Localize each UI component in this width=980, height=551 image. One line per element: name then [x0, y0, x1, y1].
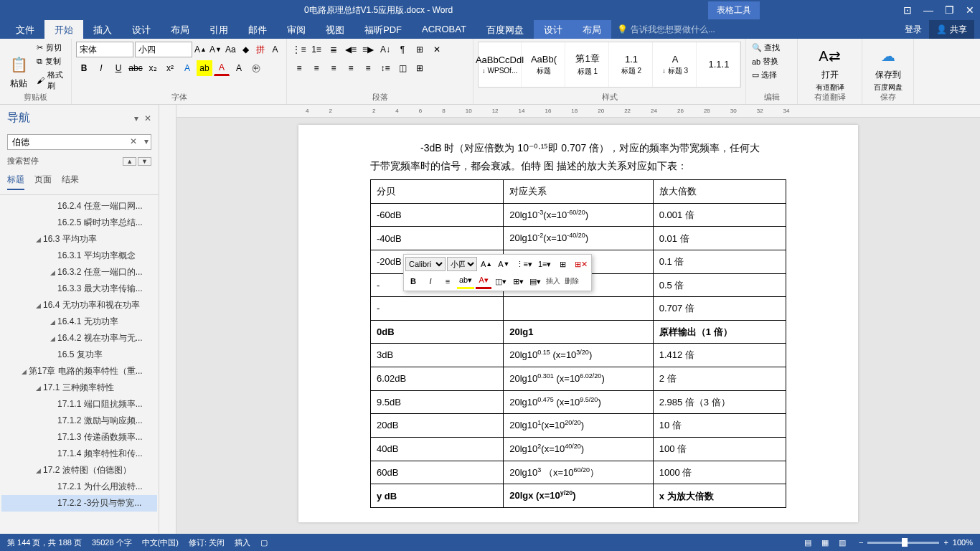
nav-tree-node[interactable]: ◢16.4.2 视在功率与无...	[1, 330, 157, 347]
vertical-ruler[interactable]	[159, 105, 176, 534]
style-item[interactable]: 1.1.1	[698, 42, 740, 87]
table-cell[interactable]: 2.985 倍（3 倍）	[653, 390, 786, 414]
nav-tree-node[interactable]: ◢16.4 无功功率和视在功率	[1, 297, 157, 314]
table-cell[interactable]: 20dB	[371, 414, 504, 438]
nav-tree-node[interactable]: ◢17.2 波特图（伯德图）	[1, 462, 157, 479]
bold-button[interactable]: B	[76, 60, 92, 76]
mini-table-insert[interactable]: ⊞	[555, 256, 571, 272]
enclose-char-button[interactable]: ㊥	[248, 60, 264, 76]
language-status[interactable]: 中文(中国)	[142, 537, 179, 548]
ribbon-options-icon[interactable]: ⊡	[903, 4, 912, 16]
table-row[interactable]: 40dB20lg102(x=1040/20)100 倍	[371, 437, 786, 461]
mini-styles[interactable]: ▤▾	[527, 273, 543, 289]
highlight-button[interactable]: ab	[197, 60, 212, 76]
table-row[interactable]: -40dB20lg10-2(x=10-40/20)0.01 倍	[371, 227, 786, 250]
table-header-cell[interactable]: 对应关系	[504, 180, 653, 203]
table-cell[interactable]: 20lg1	[504, 320, 653, 343]
page-count[interactable]: 第 144 页，共 188 页	[7, 537, 82, 548]
word-count[interactable]: 35028 个字	[92, 537, 132, 548]
shading-button[interactable]: ◫	[395, 60, 410, 76]
nav-tree-node[interactable]: 16.2.5 瞬时功率总结...	[1, 215, 157, 231]
tab-layout[interactable]: 布局	[161, 20, 199, 39]
insert-mode-status[interactable]: 插入	[235, 537, 250, 548]
sort-button[interactable]: A↓	[377, 42, 393, 57]
print-layout-button[interactable]: ▦	[819, 537, 831, 549]
table-cell[interactable]: x 为放大倍数	[653, 484, 786, 508]
share-button[interactable]: 👤共享	[929, 20, 974, 39]
tab-mailings[interactable]: 邮件	[238, 20, 277, 39]
indent-inc-button[interactable]: ≡▶	[360, 42, 376, 57]
char-shading-button[interactable]: A	[231, 60, 247, 76]
strike-button[interactable]: abc	[128, 60, 143, 76]
superscript-button[interactable]: x²	[162, 60, 178, 76]
align-center-button[interactable]: ≡	[308, 60, 324, 76]
table-cell[interactable]: 9.5dB	[371, 390, 504, 414]
document-page[interactable]: -3dB 时（对应倍数为 10⁻⁰·¹⁵即 0.707 倍），对应的频率为带宽频…	[298, 125, 858, 522]
table-cell[interactable]: 3dB	[371, 344, 504, 367]
tab-baidu[interactable]: 百度网盘	[476, 20, 534, 39]
style-item[interactable]: AaBb(标题	[523, 42, 565, 87]
minimize-button[interactable]: —	[923, 4, 933, 16]
table-cell[interactable]: 0.001 倍	[653, 203, 786, 227]
nav-tab-headings[interactable]: 标题	[7, 174, 24, 190]
nav-tree-node[interactable]: ◢16.3.2 任意一端口的...	[1, 264, 157, 281]
nav-tree-node[interactable]: ◢16.4.1 无功功率	[1, 314, 157, 330]
mini-font-color[interactable]: A▾	[476, 273, 491, 289]
nav-tree-node[interactable]: ◢第17章 电路的频率特性（重...	[1, 363, 157, 380]
nav-tree[interactable]: 16.2.4 任意一端口网...16.2.5 瞬时功率总结...◢16.3 平均…	[0, 195, 159, 534]
account-button[interactable]: 登录	[897, 20, 929, 39]
subscript-button[interactable]: x₂	[145, 60, 161, 76]
save-baidu-button[interactable]: ☁ 保存到 百度网盘	[867, 42, 909, 95]
style-item[interactable]: 1.1标题 2	[611, 42, 653, 87]
table-cell[interactable]: 20lg103 （x=1060/20）	[504, 461, 653, 484]
table-cell[interactable]: 0.5 倍	[653, 273, 786, 296]
grow-font-button[interactable]: A▲	[194, 42, 207, 57]
table-cell[interactable]: 20lg100.301 (x=106.02/20)	[504, 367, 653, 390]
mini-font-select[interactable]: Calibri	[405, 257, 446, 271]
table-cell[interactable]: -	[371, 297, 504, 320]
style-item[interactable]: A↓ 标题 3	[654, 42, 697, 87]
font-color-button[interactable]: A	[214, 60, 230, 76]
table-cell[interactable]: 20lg100.15 (x=103/20)	[504, 344, 653, 367]
table-cell[interactable]: 2 倍	[653, 367, 786, 390]
style-gallery[interactable]: AaBbCcDdl↓ WPSOf...AaBb(标题第1章标题 11.1标题 2…	[478, 42, 741, 88]
nav-close-button[interactable]: ✕	[144, 113, 151, 123]
tab-references[interactable]: 引用	[199, 20, 238, 39]
table-cell[interactable]	[504, 297, 653, 320]
track-changes-status[interactable]: 修订: 关闭	[189, 537, 225, 548]
mini-bullets[interactable]: ⋮≡▾	[514, 256, 534, 272]
line-spacing-button[interactable]: ↕≡	[377, 60, 393, 76]
zoom-in-button[interactable]: +	[943, 538, 948, 547]
horizontal-ruler[interactable]: 42246810121416182022242628303234	[176, 105, 980, 118]
tab-view[interactable]: 视图	[316, 20, 354, 39]
mini-italic[interactable]: I	[423, 273, 438, 289]
select-button[interactable]: ▭选择	[750, 69, 793, 81]
nav-search-options-icon[interactable]: ▾	[144, 136, 149, 146]
char-border-button[interactable]: A	[268, 42, 282, 57]
table-cell[interactable]: 20lgx (x=10y/20)	[504, 484, 653, 508]
tell-me-search[interactable]: 💡告诉我您想要做什么...	[611, 20, 897, 39]
nav-tree-node[interactable]: 16.2.4 任意一端口网...	[1, 198, 157, 215]
tab-acrobat[interactable]: ACROBAT	[412, 20, 476, 39]
nav-tree-node[interactable]: 17.2.1 为什么用波特...	[1, 479, 157, 495]
table-cell[interactable]: 0.1 倍	[653, 250, 786, 274]
align-distribute-button[interactable]: ≡	[360, 60, 376, 76]
change-case-button[interactable]: Aa	[224, 42, 237, 57]
tab-table-layout[interactable]: 布局	[573, 20, 611, 39]
table-cell[interactable]: 20lg102(x=1040/20)	[504, 437, 653, 461]
mini-borders[interactable]: ⊞▾	[510, 273, 526, 289]
tab-file[interactable]: 文件	[6, 20, 44, 39]
nav-dropdown-icon[interactable]: ▾	[134, 113, 138, 123]
underline-button[interactable]: U	[110, 60, 126, 76]
italic-button[interactable]: I	[93, 60, 109, 76]
table-cell[interactable]: 1.412 倍	[653, 344, 786, 367]
zoom-level[interactable]: 100%	[953, 538, 973, 547]
table-cell[interactable]: 0dB	[371, 320, 504, 343]
table-row[interactable]: 20dB20lg101(x=1020/20)10 倍	[371, 414, 786, 438]
style-item[interactable]: AaBbCcDdl↓ WPSOf...	[479, 42, 522, 87]
nav-tree-node[interactable]: 17.2.2 -3分贝与带宽...	[1, 495, 157, 512]
shrink-font-button[interactable]: A▼	[209, 42, 222, 57]
mini-table-delete[interactable]: ⊞✕	[573, 256, 590, 272]
mini-numbering[interactable]: 1≡▾	[536, 256, 554, 272]
table-cell[interactable]: -40dB	[371, 227, 504, 250]
